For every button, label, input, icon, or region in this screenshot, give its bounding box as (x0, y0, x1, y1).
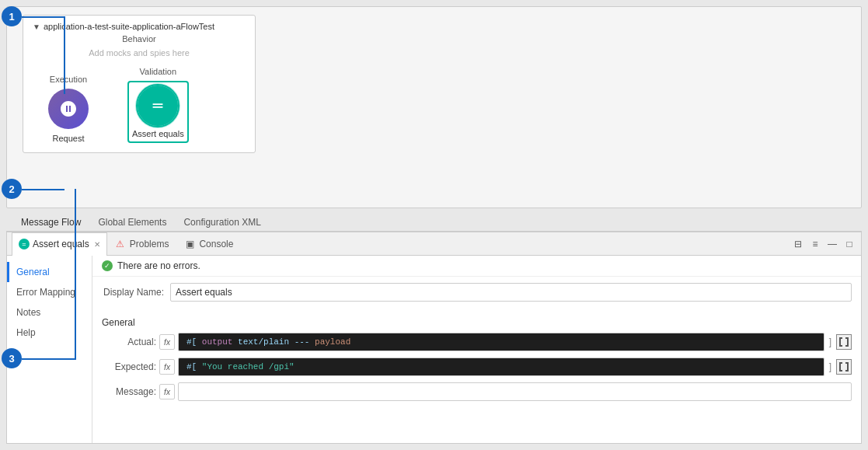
validation-label: Validation (140, 67, 177, 76)
save-toolbar-btn[interactable]: ⊟ (791, 237, 805, 251)
sidebar-item-notes[interactable]: Notes (7, 302, 92, 323)
assert-equals-label: Assert equals (132, 129, 184, 138)
tab-message-flow[interactable]: Message Flow (12, 213, 89, 231)
actual-row: Actual: fx #[ output text/plain --- payl… (92, 333, 861, 351)
panel-tabs-row: = Assert equals ✕ ⚠ Problems ▣ Console ⊟… (7, 232, 861, 256)
actual-expression-builder[interactable] (836, 334, 852, 350)
status-message: There are no errors. (117, 260, 200, 271)
expected-row: Expected: fx #[ "You reached /gpi" ] (92, 358, 861, 376)
status-bar: ✓ There are no errors. (92, 256, 861, 277)
tab-console[interactable]: ▣ Console (176, 232, 241, 256)
panel-content: General Error Mapping Notes Help ✓ There… (7, 256, 861, 443)
execution-label: Execution (50, 75, 87, 84)
main-container: 1 2 3 ▼ application-a-test-suite-applica… (0, 0, 868, 450)
flow-node-title: application-a-test-suite-application-aFl… (44, 22, 214, 31)
panel-toolbar: ⊟ ≡ — □ (791, 237, 856, 251)
expected-code-text: #[ "You reached /gpi" (186, 362, 295, 372)
display-name-input[interactable] (170, 283, 852, 302)
step-number-3: 3 (2, 348, 22, 368)
canvas-tabs: Message Flow Global Elements Configurati… (6, 208, 862, 232)
filter-toolbar-btn[interactable]: ≡ (808, 237, 822, 251)
actual-code-input[interactable]: #[ output text/plain --- payload (178, 333, 824, 351)
sidebar-nav: General Error Mapping Notes Help (7, 256, 92, 443)
canvas-area: ▼ application-a-test-suite-application-a… (6, 6, 862, 208)
actual-close-bracket: ] (829, 337, 831, 347)
status-ok-icon: ✓ (102, 260, 113, 271)
assert-equals-icon (138, 85, 178, 126)
display-name-row: Display Name: (102, 283, 852, 302)
general-section-title: General (92, 314, 861, 333)
assert-tab-icon: = (19, 239, 30, 249)
maximize-toolbar-btn[interactable]: □ (842, 237, 856, 251)
tab-problems[interactable]: ⚠ Problems (107, 232, 177, 256)
request-label: Request (53, 134, 85, 143)
expected-label: Expected: (102, 361, 156, 372)
message-row: Message: fx (92, 382, 861, 401)
expected-close-bracket: ] (829, 361, 831, 372)
sidebar-item-help[interactable]: Help (7, 323, 92, 343)
main-form: ✓ There are no errors. Display Name: Gen… (92, 256, 861, 443)
step-number-2: 2 (2, 179, 22, 199)
request-icon[interactable] (48, 89, 89, 129)
step-number-1: 1 (2, 6, 22, 26)
expected-expression-builder[interactable] (836, 359, 852, 375)
message-input[interactable] (178, 382, 852, 401)
tab-problems-label: Problems (130, 239, 169, 249)
display-name-label: Display Name: (102, 287, 164, 298)
collapse-icon[interactable]: ▼ (33, 23, 40, 31)
validation-node: Validation Assert equals (127, 67, 189, 143)
problems-icon: ⚠ (115, 239, 126, 249)
tab-configuration-xml[interactable]: Configuration XML (175, 213, 269, 231)
minimize-toolbar-btn[interactable]: — (825, 237, 839, 251)
sidebar-item-general[interactable]: General (7, 262, 92, 282)
tab-close-icon[interactable]: ✕ (94, 240, 100, 249)
form-display-name-section: Display Name: (92, 277, 861, 314)
tab-global-elements[interactable]: Global Elements (89, 213, 175, 231)
actual-code-text: #[ output text/plain --- payload (186, 337, 350, 347)
tab-assert-equals[interactable]: = Assert equals ✕ (12, 232, 107, 256)
sidebar-item-error-mapping[interactable]: Error Mapping (7, 282, 92, 302)
message-fx-button[interactable]: fx (159, 384, 175, 399)
flow-node: ▼ application-a-test-suite-application-a… (23, 15, 256, 153)
message-label: Message: (102, 386, 156, 397)
actual-label: Actual: (102, 337, 156, 347)
actual-fx-button[interactable]: fx (159, 334, 175, 350)
console-icon: ▣ (184, 239, 195, 249)
assert-equals-wrapper[interactable]: Assert equals (127, 81, 189, 143)
tab-assert-label: Assert equals (33, 239, 89, 249)
execution-node: Execution Request (48, 75, 89, 143)
expected-code-input[interactable]: #[ "You reached /gpi" (178, 358, 824, 376)
bottom-panel: = Assert equals ✕ ⚠ Problems ▣ Console ⊟… (6, 232, 862, 444)
expected-fx-button[interactable]: fx (159, 359, 175, 375)
tab-console-label: Console (199, 239, 233, 249)
